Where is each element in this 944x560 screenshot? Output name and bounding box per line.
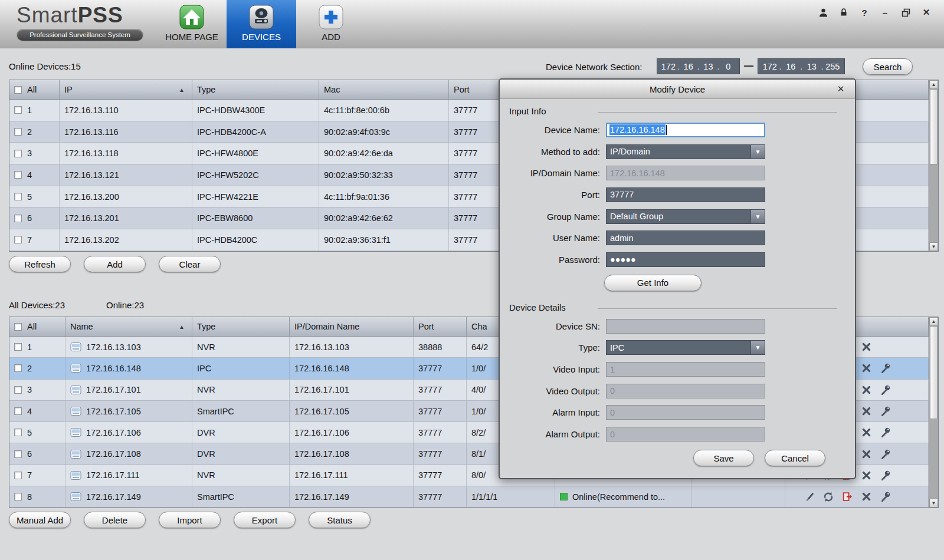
- sort-asc-icon[interactable]: ▲: [179, 324, 185, 330]
- key-icon[interactable]: [879, 383, 891, 396]
- method-to-add-field[interactable]: IP/Domain▼: [606, 144, 765, 159]
- scroll-up-icon[interactable]: ▲: [929, 80, 938, 89]
- key-icon[interactable]: [879, 405, 891, 418]
- key-icon[interactable]: [879, 490, 891, 503]
- column-header-port[interactable]: Port: [414, 317, 467, 336]
- key-icon[interactable]: [879, 469, 891, 482]
- logout-icon[interactable]: [841, 490, 854, 503]
- row-select-cell: 5: [9, 422, 65, 443]
- delete-icon[interactable]: [860, 405, 873, 418]
- close-icon[interactable]: ✕: [835, 83, 847, 95]
- ip-cell: 172.16.17.149: [290, 486, 414, 507]
- key-icon[interactable]: [879, 362, 891, 375]
- delete-icon[interactable]: [860, 490, 873, 503]
- row-checkbox[interactable]: [14, 150, 22, 157]
- tab-add[interactable]: ADD: [296, 0, 366, 48]
- row-checkbox[interactable]: [14, 106, 22, 114]
- online-devices-scrollbar[interactable]: ▲ ▼: [929, 80, 938, 251]
- column-header-ip[interactable]: IP▲: [60, 80, 192, 99]
- row-checkbox[interactable]: [14, 472, 22, 479]
- delete-icon[interactable]: [860, 362, 873, 375]
- scroll-down-icon[interactable]: ▼: [929, 499, 938, 508]
- row-checkbox[interactable]: [14, 236, 22, 243]
- key-icon[interactable]: [879, 426, 891, 439]
- refresh-icon[interactable]: [822, 490, 835, 503]
- group-name-field[interactable]: Default Group▼: [606, 209, 765, 224]
- row-checkbox[interactable]: [14, 171, 22, 179]
- password-field[interactable]: ●●●●●: [606, 252, 765, 267]
- import-button[interactable]: Import: [159, 512, 221, 528]
- lock-icon[interactable]: [838, 6, 850, 18]
- password-label: Password:: [500, 255, 606, 265]
- search-button[interactable]: Search: [863, 58, 913, 75]
- sort-asc-icon[interactable]: ▲: [179, 87, 185, 93]
- refresh-button[interactable]: Refresh: [9, 256, 71, 272]
- row-checkbox[interactable]: [14, 364, 22, 372]
- edit-icon[interactable]: [803, 490, 816, 503]
- device-name-field[interactable]: 172.16.16.148: [606, 123, 765, 137]
- user-name-field[interactable]: admin: [606, 230, 765, 245]
- row-select-cell: 2: [9, 121, 60, 143]
- get-info-button[interactable]: Get Info: [604, 275, 702, 291]
- column-header-type[interactable]: Type: [192, 80, 319, 99]
- delete-icon[interactable]: [860, 426, 873, 439]
- row-checkbox[interactable]: [14, 493, 22, 500]
- tab-home-page[interactable]: HOME PAGE: [157, 0, 227, 48]
- row-checkbox[interactable]: [14, 386, 22, 394]
- port-field[interactable]: 37777: [606, 187, 765, 202]
- export-button[interactable]: Export: [234, 512, 296, 528]
- select-all-checkbox[interactable]: [14, 86, 22, 94]
- user-icon[interactable]: [817, 6, 829, 18]
- delete-icon[interactable]: [860, 447, 873, 460]
- network-end-ip-input[interactable]: 172.16.13.255: [758, 58, 845, 74]
- restore-icon[interactable]: [900, 6, 912, 18]
- key-icon[interactable]: [879, 447, 891, 460]
- manual-add-button[interactable]: Manual Add: [9, 512, 71, 528]
- select-all-checkbox[interactable]: [14, 323, 22, 331]
- save-button[interactable]: Save: [693, 450, 754, 466]
- row-checkbox[interactable]: [14, 215, 22, 222]
- dialog-title-bar: Modify Device ✕: [500, 80, 855, 99]
- column-header-mac[interactable]: Mac: [319, 80, 449, 99]
- all-devices-scrollbar[interactable]: ▲ ▼: [929, 317, 938, 508]
- row-checkbox[interactable]: [14, 450, 22, 458]
- row-select-cell: 3: [9, 380, 65, 400]
- row-checkbox[interactable]: [14, 407, 22, 415]
- dropdown-icon[interactable]: ▼: [750, 210, 765, 223]
- device-network-section-label: Device Network Section:: [546, 62, 642, 72]
- row-checkbox[interactable]: [14, 343, 22, 351]
- delete-icon[interactable]: [860, 383, 873, 396]
- row-checkbox[interactable]: [14, 193, 22, 200]
- delete-icon[interactable]: [860, 341, 873, 354]
- delete-icon[interactable]: [860, 469, 873, 482]
- column-header-ip-domain-name[interactable]: IP/Domain Name: [290, 317, 414, 336]
- network-start-ip-input[interactable]: 172.16.13.0: [657, 58, 740, 74]
- device-icon: [70, 406, 81, 416]
- column-header-name[interactable]: Name▲: [65, 317, 192, 336]
- dropdown-icon[interactable]: ▼: [750, 341, 765, 354]
- alarm-output-field: 0: [606, 427, 765, 442]
- clear-button[interactable]: Clear: [159, 256, 221, 272]
- dropdown-icon[interactable]: ▼: [750, 145, 765, 159]
- scroll-down-icon[interactable]: ▼: [929, 242, 938, 251]
- minimize-icon[interactable]: –: [879, 6, 891, 18]
- row-checkbox[interactable]: [14, 128, 22, 136]
- type-field[interactable]: IPC▼: [606, 340, 765, 355]
- add-button[interactable]: Add: [84, 256, 146, 272]
- status-button[interactable]: Status: [309, 512, 371, 528]
- cancel-button[interactable]: Cancel: [765, 450, 825, 466]
- ip-octet: 255: [824, 62, 842, 71]
- scroll-up-icon[interactable]: ▲: [929, 317, 938, 326]
- tab-devices[interactable]: DEVICES: [227, 0, 296, 48]
- row-checkbox[interactable]: [14, 429, 22, 436]
- close-icon[interactable]: ✕: [920, 6, 932, 18]
- delete-button[interactable]: Delete: [84, 512, 146, 528]
- column-header-all[interactable]: All: [9, 80, 60, 99]
- bottom-table-buttons: Manual AddDeleteImportExportStatus: [9, 512, 371, 528]
- table-row[interactable]: 8172.16.17.149SmartIPC172.16.17.14937777…: [9, 486, 929, 508]
- column-header-type[interactable]: Type: [192, 317, 290, 336]
- scrollbar-thumb[interactable]: [930, 89, 938, 164]
- scrollbar-thumb[interactable]: [930, 326, 938, 419]
- help-icon[interactable]: ?: [858, 6, 870, 18]
- column-header-all[interactable]: All: [9, 317, 65, 336]
